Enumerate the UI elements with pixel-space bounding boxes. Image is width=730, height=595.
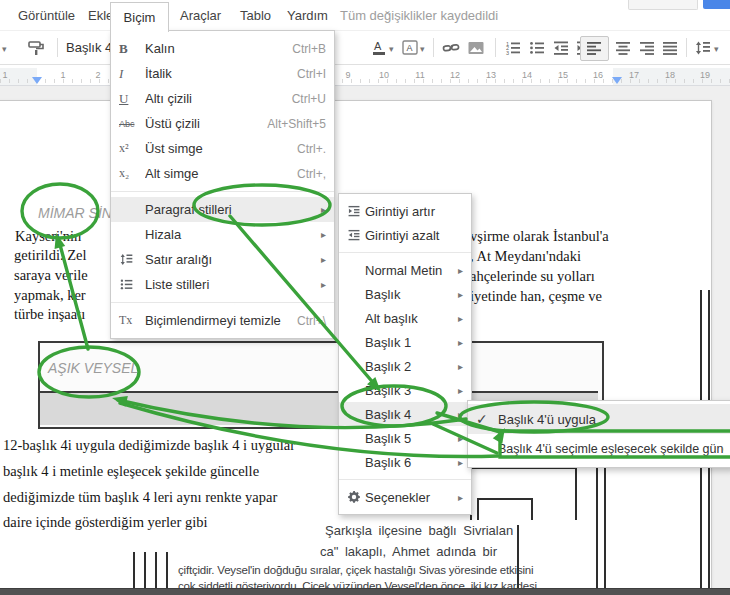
table-border-line (477, 498, 479, 520)
doc-paragraph-line[interactable]: getirildi. Zel (14, 247, 86, 264)
menu-araclar[interactable]: Araçlar (180, 8, 221, 23)
save-status-text: Tüm değişiklikler kaydedildi (340, 8, 498, 23)
doc-paragraph-line[interactable]: , At Meydanı'ndaki (470, 248, 581, 265)
share-button-partial[interactable] (703, 0, 730, 9)
zoom-dropdown-caret-icon[interactable]: ▾ (2, 44, 7, 54)
ruler-number: 17 (629, 70, 639, 80)
menu-item-shortcut: Ctrl+. (297, 142, 326, 156)
menu-separator (339, 479, 471, 480)
doc-paragraph-line[interactable]: başlık 4 i metinle eşleşecek şekilde gün… (3, 463, 259, 480)
doc-paragraph-line[interactable]: ahçelerinde su yolları (470, 268, 595, 285)
menu-tablo[interactable]: Tablo (240, 8, 271, 23)
text-color-caret-icon[interactable]: ▾ (389, 44, 394, 54)
paint-format-icon[interactable] (27, 39, 45, 57)
ruler-number: 13 (486, 70, 496, 80)
gear-icon (347, 490, 365, 504)
subscript-icon: x₂ (119, 166, 145, 181)
strikethrough-icon: Abc (119, 119, 145, 129)
menu-item-liste-stilleri[interactable]: Liste stilleri ▸ (111, 272, 334, 297)
ruler-number: 9 (345, 70, 350, 80)
comments-button-partial[interactable] (628, 0, 698, 10)
menu-item-label: Üst simge (145, 141, 285, 156)
menu-item-baslik4-guncelle[interactable]: Başlık 4'ü seçimle eşleşecek şekilde gün… (468, 434, 730, 464)
menu-item-girintiyi-azalt[interactable]: Girintiyi azalt (339, 223, 471, 247)
menu-item-kalin[interactable]: B Kalın Ctrl+B (111, 36, 334, 61)
justify-icon[interactable] (661, 39, 679, 57)
doc-paragraph-line[interactable]: yapmak, ker (14, 287, 86, 304)
doc-paragraph-line[interactable]: ca" lakaplı, Ahmet adında bir (320, 544, 497, 559)
menu-separator (111, 191, 334, 192)
line-spacing-caret-icon[interactable]: ▾ (714, 44, 719, 54)
paragraph-style-selector[interactable]: Başlık 4 (66, 40, 112, 55)
align-center-icon[interactable] (614, 39, 632, 57)
doc-paragraph-line[interactable]: dediğimizde tüm başlık 4 leri aynı renkt… (3, 489, 277, 506)
menu-item-alti-cizili[interactable]: U Altı çizili Ctrl+U (111, 86, 334, 111)
menu-item-baslik-4[interactable]: Başlık 4 ▸ (339, 402, 471, 426)
menu-item-baslik[interactable]: Başlık ▸ (339, 282, 471, 306)
menu-item-baslik-1[interactable]: Başlık 1 ▸ (339, 330, 471, 354)
menu-item-label: Başlık 4'ü seçimle eşleşecek şekilde gün… (498, 442, 724, 456)
doc-paragraph-line[interactable]: saraya verile (14, 267, 88, 284)
menu-item-secenekler[interactable]: Seçenekler ▸ (339, 485, 471, 509)
menu-item-label: Biçimlendirmeyi temizle (145, 313, 285, 328)
menu-item-hizala[interactable]: Hizala ▸ (111, 222, 334, 247)
insert-image-icon[interactable] (467, 39, 485, 57)
doc-paragraph-line[interactable]: çiftçidir. Veysel'in doğduğu sıralar, çi… (178, 564, 533, 576)
menu-item-baslik-2[interactable]: Başlık 2 ▸ (339, 354, 471, 378)
align-right-icon[interactable] (638, 39, 656, 57)
menu-item-label: Hizala (145, 227, 313, 242)
menu-item-baslik-6[interactable]: Başlık 6 ▸ (339, 450, 471, 474)
right-indent-marker[interactable] (612, 77, 622, 84)
doc-paragraph-line[interactable]: 12-başlık 4i uygula dediğimizde başlık 4… (3, 437, 295, 454)
doc-paragraph-line[interactable]: Kayseri'nin (15, 228, 81, 245)
menu-goruntule[interactable]: Görüntüle (18, 8, 75, 23)
menu-bicim-open[interactable]: Biçim (110, 2, 169, 32)
menu-item-baslik-3[interactable]: Başlık 3 ▸ (339, 378, 471, 402)
menu-item-ust-simge[interactable]: x² Üst simge Ctrl+. (111, 136, 334, 161)
menu-yardim[interactable]: Yardım (287, 8, 328, 23)
doc-paragraph-line[interactable]: Şarkışla ilçesine bağlı Sivrialan (325, 523, 513, 538)
doc-paragraph-line[interactable]: türbe inşaatı (14, 306, 85, 323)
submenu-arrow-icon: ▸ (321, 229, 326, 240)
menu-item-paragraf-stilleri[interactable]: Paragraf stilleri ▸ (111, 197, 334, 222)
numbered-list-icon[interactable]: 123 (504, 39, 522, 57)
menu-item-normal-metin[interactable]: Normal Metin ▸ (339, 258, 471, 282)
doc-paragraph-line[interactable]: daire içinde gösterdiğim yerler gibi (3, 514, 208, 531)
menu-item-ustu-cizili[interactable]: Abc Üstü çizili Alt+Shift+5 (111, 111, 334, 136)
menu-item-label: Satır aralığı (145, 252, 313, 267)
menu-item-bicimlendirmeyi-temizle[interactable]: Tx Biçimlendirmeyi temizle Ctrl+\ (111, 308, 334, 333)
text-color-icon[interactable]: A (370, 39, 388, 57)
doc-paragraph-line[interactable]: vşirme olarak İstanbul'a (470, 228, 609, 245)
submenu-arrow-icon: ▸ (458, 289, 463, 300)
submenu-arrow-icon: ▸ (458, 361, 463, 372)
doc-paragraph-line[interactable]: iyetinde han, çeşme ve (470, 288, 602, 305)
submenu-arrow-icon: ▸ (458, 313, 463, 324)
highlight-color-icon[interactable]: A (401, 39, 419, 57)
doc-heading-asik-veysel[interactable]: AŞIK VEYSEL (48, 360, 138, 376)
menu-separator (339, 252, 471, 253)
align-left-button-active[interactable] (580, 36, 609, 61)
left-indent-marker[interactable] (32, 77, 42, 84)
underline-icon: U (119, 91, 145, 107)
line-spacing-icon[interactable] (694, 39, 712, 57)
menu-item-italik[interactable]: I İtalik Ctrl+I (111, 61, 334, 86)
menu-item-label: Girintiyi artır (365, 204, 463, 219)
submenu-arrow-icon: ▸ (458, 265, 463, 276)
menu-item-baslik4-uygula[interactable]: ✓ Başlık 4'ü uygula (468, 404, 730, 434)
menu-item-label: Başlık 3 (365, 383, 450, 398)
menu-item-girintiyi-artir[interactable]: Girintiyi artır (339, 199, 471, 223)
menu-item-label: Başlık 5 (365, 431, 450, 446)
insert-link-icon[interactable] (442, 39, 460, 57)
bulleted-list-icon[interactable] (528, 39, 546, 57)
menu-item-alt-simge[interactable]: x₂ Alt simge Ctrl+, (111, 161, 334, 186)
menu-item-baslik-5[interactable]: Başlık 5 ▸ (339, 426, 471, 450)
menu-item-satir-araligi[interactable]: Satır aralığı ▸ (111, 247, 334, 272)
submenu-arrow-icon: ▸ (458, 492, 463, 503)
menu-item-label: İtalik (145, 66, 285, 81)
table-border-line (575, 467, 577, 520)
doc-heading-mimar-sinan[interactable]: MİMAR SİN (38, 205, 112, 221)
menu-item-alt-baslik[interactable]: Alt başlık ▸ (339, 306, 471, 330)
menu-item-label: Girintiyi azalt (365, 228, 463, 243)
highlight-color-caret-icon[interactable]: ▾ (420, 44, 425, 54)
decrease-indent-icon[interactable] (552, 39, 570, 57)
